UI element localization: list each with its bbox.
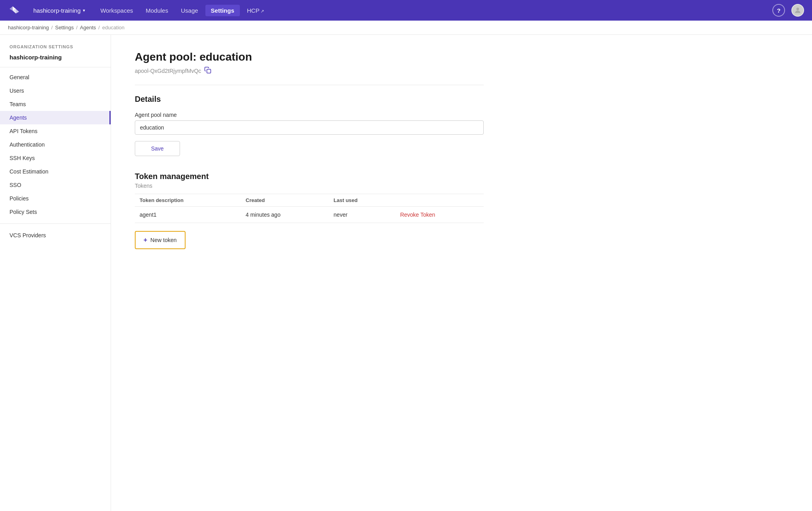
top-nav: hashicorp-training ▾ Workspaces Modules … [0, 0, 812, 21]
plus-icon: + [144, 236, 147, 244]
breadcrumb-org[interactable]: hashicorp-training [8, 25, 49, 31]
help-button[interactable]: ? [772, 4, 785, 17]
sidebar-org-name: hashicorp-training [0, 54, 111, 67]
logo [8, 4, 21, 17]
breadcrumb-current: education [102, 25, 124, 31]
revoke-token-button[interactable]: Revoke Token [400, 212, 435, 218]
breadcrumb-sep-1: / [51, 25, 53, 31]
breadcrumb-agents[interactable]: Agents [80, 25, 96, 31]
token-description: agent1 [135, 207, 241, 223]
details-section-title: Details [135, 95, 484, 104]
nav-settings[interactable]: Settings [205, 5, 240, 16]
nav-links: Workspaces Modules Usage Settings HCP [95, 5, 763, 16]
agent-pool-name-label: Agent pool name [135, 112, 484, 118]
nav-modules[interactable]: Modules [140, 5, 174, 16]
sidebar: ORGANIZATION SETTINGS hashicorp-training… [0, 35, 111, 511]
nav-right: ? [772, 4, 804, 17]
sidebar-item-vcs-providers[interactable]: VCS Providers [0, 229, 111, 242]
token-created: 4 minutes ago [241, 207, 329, 223]
layout: ORGANIZATION SETTINGS hashicorp-training… [0, 35, 812, 511]
sidebar-item-sso[interactable]: SSO [0, 178, 111, 192]
new-token-button[interactable]: + New token [135, 231, 186, 249]
copy-icon[interactable] [204, 67, 211, 75]
page-title: Agent pool: education [135, 51, 484, 63]
sidebar-item-policy-sets[interactable]: Policy Sets [0, 205, 111, 219]
agent-pool-name-input[interactable] [135, 120, 484, 135]
token-last-used: never [329, 207, 395, 223]
col-actions [395, 194, 484, 207]
tokens-label: Tokens [135, 183, 484, 189]
breadcrumb-sep-2: / [76, 25, 78, 31]
sidebar-section-label: ORGANIZATION SETTINGS [0, 44, 111, 54]
sidebar-item-cost-estimation[interactable]: Cost Estimation [0, 165, 111, 178]
sidebar-item-ssh-keys[interactable]: SSH Keys [0, 151, 111, 165]
breadcrumb-settings[interactable]: Settings [55, 25, 74, 31]
nav-hcp[interactable]: HCP [241, 5, 270, 16]
sidebar-item-users[interactable]: Users [0, 84, 111, 97]
svg-point-0 [797, 8, 799, 10]
col-description: Token description [135, 194, 241, 207]
sidebar-item-authentication[interactable]: Authentication [0, 138, 111, 151]
col-last-used: Last used [329, 194, 395, 207]
main-content: Agent pool: education apool-QxGd2tRjympf… [111, 35, 508, 511]
breadcrumb: hashicorp-training / Settings / Agents /… [0, 21, 812, 35]
pool-id-row: apool-QxGd2tRjympfMvQc [135, 67, 484, 85]
breadcrumb-sep-3: / [98, 25, 100, 31]
token-management-title: Token management [135, 172, 484, 181]
sidebar-item-api-tokens[interactable]: API Tokens [0, 124, 111, 138]
org-selector[interactable]: hashicorp-training ▾ [33, 7, 85, 14]
save-button[interactable]: Save [135, 141, 180, 156]
new-token-label: New token [150, 237, 176, 243]
nav-usage[interactable]: Usage [175, 5, 203, 16]
sidebar-item-agents[interactable]: Agents [0, 111, 111, 124]
chevron-down-icon: ▾ [83, 8, 85, 13]
table-row: agent1 4 minutes ago never Revoke Token [135, 207, 484, 223]
sidebar-item-general[interactable]: General [0, 71, 111, 84]
svg-rect-1 [207, 69, 211, 73]
nav-workspaces[interactable]: Workspaces [95, 5, 138, 16]
tokens-table: Token description Created Last used agen… [135, 194, 484, 223]
col-created: Created [241, 194, 329, 207]
sidebar-item-policies[interactable]: Policies [0, 192, 111, 205]
pool-id-text: apool-QxGd2tRjympfMvQc [135, 68, 201, 74]
sidebar-item-teams[interactable]: Teams [0, 97, 111, 111]
org-name-label: hashicorp-training [33, 7, 80, 14]
avatar[interactable] [791, 4, 804, 17]
sidebar-divider [0, 223, 111, 224]
